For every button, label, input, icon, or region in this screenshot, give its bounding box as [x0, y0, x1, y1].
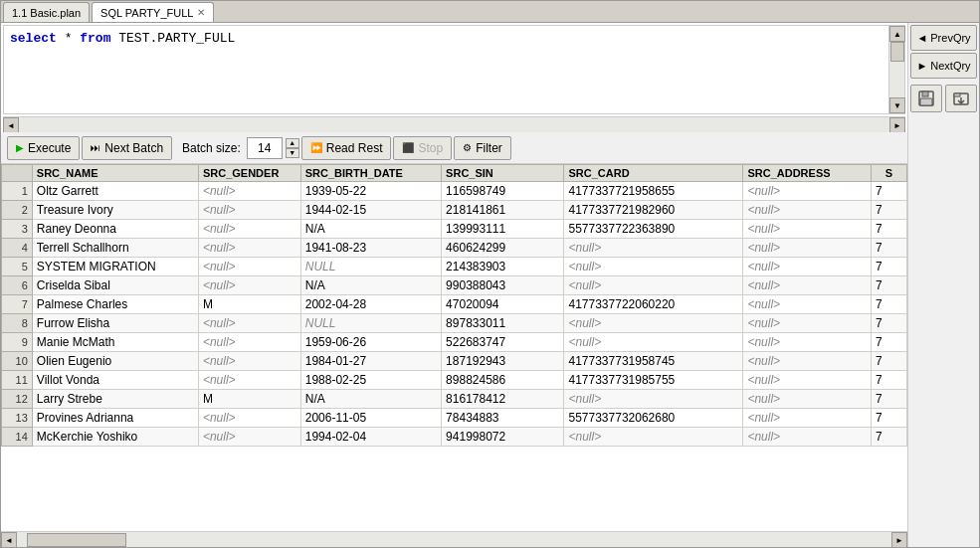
- cell-src-gender: <null>: [198, 371, 300, 390]
- cell-src-address: <null>: [743, 201, 872, 220]
- cell-src-name: McKerchie Yoshiko: [32, 428, 198, 447]
- col-header-src-sin[interactable]: SRC_SIN: [442, 165, 564, 182]
- prev-qry-button[interactable]: ◄ PrevQry: [910, 25, 977, 51]
- scroll-track-editor-h: [19, 117, 889, 132]
- tab-plan[interactable]: 1.1 Basic.plan: [3, 2, 90, 22]
- table-row[interactable]: 5SYSTEM MIGRATION<null>NULL214383903<nul…: [2, 258, 907, 276]
- cell-rownum: 8: [2, 314, 33, 333]
- data-grid-container: SRC_NAME SRC_GENDER SRC_BIRTH_DATE SRC_S…: [1, 164, 907, 547]
- h-scroll-right-btn[interactable]: ►: [891, 532, 907, 547]
- filter-label: Filter: [476, 141, 502, 155]
- col-header-src-card[interactable]: SRC_CARD: [564, 165, 743, 182]
- cell-src-card: <null>: [564, 276, 743, 295]
- cell-src-card: <null>: [564, 390, 743, 409]
- sql-display[interactable]: select * from TEST.PARTY_FULL: [4, 26, 888, 113]
- cell-src-sin: 214383903: [442, 258, 564, 276]
- execute-button[interactable]: ▶ Execute: [7, 136, 80, 160]
- scroll-down-btn[interactable]: ▼: [889, 97, 905, 113]
- icon-row: [910, 85, 977, 112]
- cell-src-gender: <null>: [198, 182, 300, 201]
- sql-editor: select * from TEST.PARTY_FULL ▲ ▼: [3, 25, 905, 114]
- h-scroll-track[interactable]: [17, 532, 891, 547]
- table-row[interactable]: 6Criselda Sibal<null>N/A990388043<null><…: [2, 276, 907, 295]
- table-row[interactable]: 1Oltz Garrett<null>1939-05-2211659874941…: [2, 182, 907, 201]
- tab-sql[interactable]: SQL PARTY_FULL ✕: [92, 2, 214, 22]
- next-batch-icon: ⏭: [91, 142, 100, 153]
- cell-src-gender: <null>: [198, 220, 300, 239]
- prev-qry-label: PrevQry: [930, 32, 970, 44]
- col-header-src-gender[interactable]: SRC_GENDER: [198, 165, 300, 182]
- cell-src-address: <null>: [743, 276, 872, 295]
- table-row[interactable]: 9Manie McMath<null>1959-06-26522683747<n…: [2, 333, 907, 352]
- cell-src-address: <null>: [743, 333, 872, 352]
- tab-bar: 1.1 Basic.plan SQL PARTY_FULL ✕: [1, 1, 979, 23]
- save-button[interactable]: [910, 85, 942, 112]
- cell-src-address: <null>: [743, 428, 872, 447]
- sql-text-table: TEST.PARTY_FULL: [118, 31, 235, 46]
- next-batch-button[interactable]: ⏭ Next Batch: [82, 136, 172, 160]
- scroll-right-editor-btn[interactable]: ►: [889, 117, 905, 133]
- cell-src-gender: <null>: [198, 276, 300, 295]
- spinner-up[interactable]: ▲: [286, 138, 299, 148]
- col-header-src-name[interactable]: SRC_NAME: [32, 165, 198, 182]
- col-header-src-birth-date[interactable]: SRC_BIRTH_DATE: [300, 165, 441, 182]
- table-row[interactable]: 8Furrow Elisha<null>NULL897833011<null><…: [2, 314, 907, 333]
- cell-src-name: Terrell Schallhorn: [32, 239, 198, 258]
- tab-close-icon[interactable]: ✕: [197, 7, 205, 18]
- table-row[interactable]: 7Palmese CharlesM2002-04-284702009441773…: [2, 295, 907, 314]
- cell-src-sin: 78434883: [442, 409, 564, 428]
- table-row[interactable]: 3Raney Deonna<null>N/A139993111557733772…: [2, 220, 907, 239]
- filter-button[interactable]: ⚙ Filter: [454, 136, 511, 160]
- cell-src-address: <null>: [743, 258, 872, 276]
- cell-src-birth-date: 2006-11-05: [300, 409, 441, 428]
- table-row[interactable]: 10Olien Eugenio<null>1984-01-27187192943…: [2, 352, 907, 371]
- cell-s: 7: [871, 276, 906, 295]
- cell-src-name: Criselda Sibal: [32, 276, 198, 295]
- cell-src-birth-date: N/A: [300, 276, 441, 295]
- cell-rownum: 2: [2, 201, 33, 220]
- sql-text-star: *: [65, 31, 81, 46]
- read-rest-button[interactable]: ⏩ Read Rest: [301, 136, 392, 160]
- cell-src-sin: 218141861: [442, 201, 564, 220]
- cell-src-sin: 522683747: [442, 333, 564, 352]
- cell-src-address: <null>: [743, 295, 872, 314]
- table-row[interactable]: 4Terrell Schallhorn<null>1941-08-2346062…: [2, 239, 907, 258]
- cell-src-gender: <null>: [198, 239, 300, 258]
- col-header-src-address[interactable]: SRC_ADDRESS: [743, 165, 872, 182]
- cell-s: 7: [871, 314, 906, 333]
- cell-rownum: 11: [2, 371, 33, 390]
- cell-src-name: Provines Adrianna: [32, 409, 198, 428]
- right-panel: ◄ PrevQry ► NextQry: [907, 23, 979, 547]
- cell-src-card: <null>: [564, 258, 743, 276]
- table-row[interactable]: 11Villot Vonda<null>1988-02-258988245864…: [2, 371, 907, 390]
- horizontal-scrollbar[interactable]: ◄ ►: [1, 531, 907, 547]
- sql-scrollbar-horizontal[interactable]: ◄ ►: [3, 116, 905, 132]
- read-rest-icon: ⏩: [310, 142, 322, 153]
- toolbar: ▶ Execute ⏭ Next Batch Batch size: ▲ ▼ ⏩…: [1, 132, 907, 164]
- cell-src-address: <null>: [743, 314, 872, 333]
- h-scroll-left-btn[interactable]: ◄: [1, 532, 17, 547]
- spinner-down[interactable]: ▼: [286, 148, 299, 158]
- col-header-s[interactable]: S: [871, 165, 906, 182]
- cell-rownum: 12: [2, 390, 33, 409]
- stop-button[interactable]: ⬛ Stop: [393, 136, 452, 160]
- table-row[interactable]: 2Treasure Ivory<null>1944-02-15218141861…: [2, 201, 907, 220]
- grid-wrapper[interactable]: SRC_NAME SRC_GENDER SRC_BIRTH_DATE SRC_S…: [1, 164, 907, 531]
- sql-scrollbar-vertical[interactable]: ▲ ▼: [888, 26, 904, 113]
- main-content: select * from TEST.PARTY_FULL ▲ ▼ ◄ ►: [1, 23, 979, 547]
- table-row[interactable]: 14McKerchie Yoshiko<null>1994-02-0494199…: [2, 428, 907, 447]
- cell-src-birth-date: NULL: [300, 314, 441, 333]
- table-row[interactable]: 12Larry StrebeMN/A816178412<null><null>7: [2, 390, 907, 409]
- batch-size-spinner[interactable]: ▲ ▼: [286, 138, 299, 158]
- cell-src-card: 4177337731958745: [564, 352, 743, 371]
- execute-label: Execute: [28, 141, 71, 155]
- load-button[interactable]: [945, 85, 977, 112]
- scroll-left-editor-btn[interactable]: ◄: [3, 117, 19, 133]
- cell-s: 7: [871, 409, 906, 428]
- scroll-up-btn[interactable]: ▲: [889, 26, 905, 42]
- cell-src-sin: 941998072: [442, 428, 564, 447]
- next-qry-button[interactable]: ► NextQry: [910, 53, 977, 79]
- table-row[interactable]: 13Provines Adrianna<null>2006-11-0578434…: [2, 409, 907, 428]
- batch-size-input[interactable]: [247, 137, 283, 159]
- cell-src-name: SYSTEM MIGRATION: [32, 258, 198, 276]
